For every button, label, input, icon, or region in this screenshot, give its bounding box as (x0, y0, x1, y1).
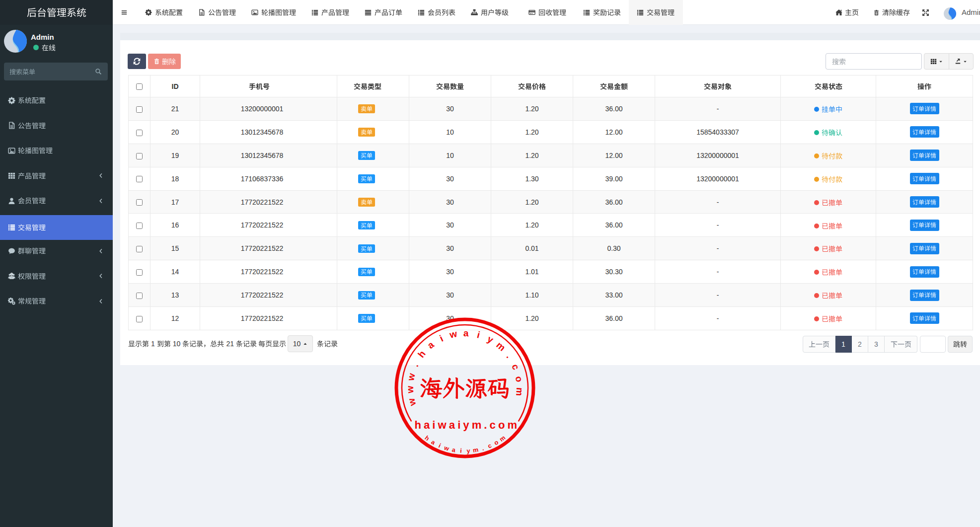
svg-text:y: y (466, 448, 470, 454)
svg-text:m: m (514, 387, 525, 396)
svg-text:i: i (438, 442, 442, 449)
svg-text:w: w (405, 372, 417, 382)
svg-text:w: w (405, 385, 415, 394)
svg-text:a: a (463, 328, 469, 338)
svg-text:o: o (493, 439, 500, 447)
svg-text:.: . (481, 445, 484, 452)
svg-text:a: a (430, 439, 437, 447)
svg-text:c: c (487, 442, 493, 450)
svg-text:y: y (486, 333, 496, 345)
svg-text:haiwaiym.com: haiwaiym.com (415, 419, 520, 431)
svg-text:w: w (448, 328, 458, 340)
svg-text:.: . (505, 352, 515, 360)
svg-text:m: m (494, 340, 508, 353)
svg-text:a: a (452, 446, 456, 453)
svg-text:h: h (423, 435, 431, 443)
svg-text:i: i (460, 448, 462, 454)
svg-text:c: c (510, 363, 522, 372)
svg-text:w: w (406, 397, 418, 408)
svg-text:w: w (443, 444, 450, 452)
svg-text:a: a (425, 339, 436, 351)
svg-text:h: h (416, 349, 428, 360)
svg-text:o: o (514, 376, 525, 383)
svg-text:m: m (472, 446, 479, 454)
svg-text:i: i (476, 329, 481, 340)
svg-text:.: . (410, 362, 420, 369)
svg-text:i: i (438, 333, 445, 344)
